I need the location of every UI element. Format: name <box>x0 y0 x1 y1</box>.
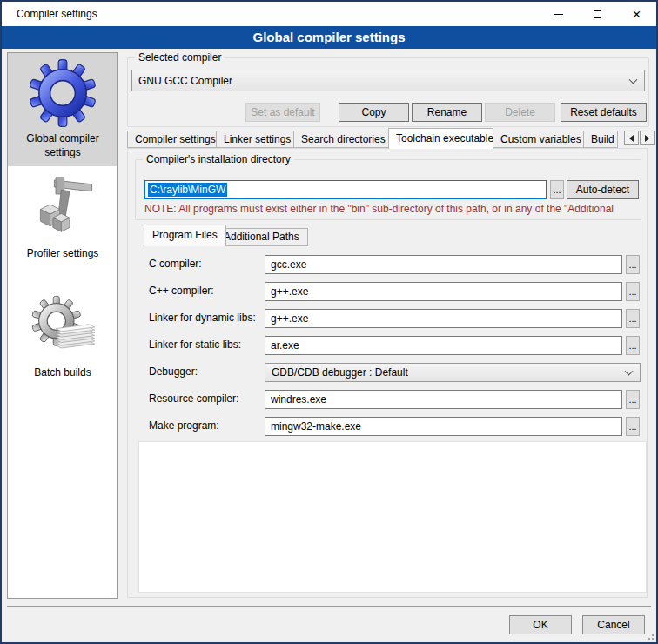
compiler-settings-window: Compiler settings × Global compiler sett… <box>0 0 658 644</box>
c-compiler-label: C compiler: <box>149 258 202 270</box>
cpp-compiler-browse-button[interactable]: ... <box>626 282 640 301</box>
rename-button[interactable]: Rename <box>412 103 482 122</box>
left-arrow-icon <box>629 135 634 142</box>
sidebar-item-global-compiler-settings[interactable]: Global compiler settings <box>8 53 118 166</box>
copy-button[interactable]: Copy <box>339 103 409 122</box>
resource-compiler-label: Resource compiler: <box>149 392 238 405</box>
resource-compiler-browse-button[interactable]: ... <box>626 390 640 409</box>
maximize-button[interactable] <box>578 2 617 26</box>
field-row-cpp-compiler: C++ compiler: ... <box>128 282 647 301</box>
tab-linker-settings[interactable]: Linker settings <box>216 131 294 148</box>
make-program-input[interactable] <box>265 417 622 436</box>
dialog-banner: Global compiler settings <box>2 26 656 49</box>
c-compiler-browse-button[interactable]: ... <box>626 255 640 274</box>
debugger-select-value: GDB/CDB debugger : Default <box>272 366 408 379</box>
sidebar-item-label: Batch builds <box>34 366 91 380</box>
settings-tabbar: Compiler settings Linker settings Search… <box>127 128 656 148</box>
make-program-label: Make program: <box>149 419 219 432</box>
sidebar-item-batch-builds[interactable]: Batch builds <box>8 287 118 387</box>
selected-compiler-group: Selected compiler GNU GCC Compiler Set a… <box>127 57 649 127</box>
gray-gear-stack-icon <box>28 292 97 362</box>
resize-grip[interactable] <box>643 629 654 640</box>
tab-scroll-left-button[interactable] <box>624 131 639 145</box>
delete-button[interactable]: Delete <box>485 103 555 122</box>
install-dir-group-label: Compiler's installation directory <box>143 153 294 165</box>
minimize-button[interactable] <box>539 2 578 26</box>
tab-search-directories[interactable]: Search directories <box>293 131 389 148</box>
chevron-down-icon <box>625 367 634 376</box>
install-dir-selected-text: C:\raylib\MinGW <box>148 183 227 197</box>
maximize-icon <box>594 10 601 18</box>
tab-custom-variables[interactable]: Custom variables <box>493 131 584 148</box>
tab-scroll-right-button[interactable] <box>640 131 655 145</box>
autodetect-button[interactable]: Auto-detect <box>567 180 639 199</box>
ok-button[interactable]: OK <box>509 615 572 634</box>
close-icon: × <box>633 7 641 22</box>
tab-toolchain-executables[interactable]: Toolchain executables <box>388 128 494 149</box>
chevron-down-icon <box>629 75 638 84</box>
linker-dynamic-browse-button[interactable]: ... <box>626 309 640 328</box>
footer-divider <box>7 606 651 607</box>
make-program-browse-button[interactable]: ... <box>626 417 640 436</box>
empty-panel <box>138 441 647 593</box>
settings-category-list: Global compiler settings Profiler settin… <box>7 52 118 599</box>
linker-static-label: Linker for static libs: <box>149 339 241 351</box>
field-row-c-compiler: C compiler: ... <box>128 255 647 274</box>
c-compiler-input[interactable] <box>265 255 622 274</box>
caliper-icon <box>28 173 97 243</box>
sidebar-item-label: Profiler settings <box>27 247 99 261</box>
cpp-compiler-input[interactable] <box>265 282 622 301</box>
debugger-select[interactable]: GDB/CDB debugger : Default <box>265 363 641 382</box>
compiler-select[interactable]: GNU GCC Compiler <box>131 70 645 91</box>
titlebar: Compiler settings × <box>2 2 656 26</box>
close-button[interactable]: × <box>617 2 656 26</box>
cpp-compiler-label: C++ compiler: <box>149 285 214 297</box>
compiler-select-value: GNU GCC Compiler <box>138 75 232 87</box>
bin-directory-note: NOTE: All programs must exist either in … <box>144 203 639 215</box>
set-as-default-button[interactable]: Set as default <box>245 103 320 122</box>
linker-static-input[interactable] <box>265 336 622 355</box>
subtab-additional-paths[interactable]: Additional Paths <box>215 228 308 246</box>
minimize-icon <box>554 14 563 15</box>
blue-gear-icon <box>28 58 97 128</box>
toolchain-executables-pane: Compiler's installation directory C:\ray… <box>127 148 648 598</box>
linker-static-browse-button[interactable]: ... <box>626 336 640 355</box>
cancel-button[interactable]: Cancel <box>582 615 645 634</box>
field-row-linker-dynamic: Linker for dynamic libs: ... <box>128 309 647 328</box>
right-arrow-icon <box>645 135 649 142</box>
field-row-debugger: Debugger: GDB/CDB debugger : Default <box>128 363 647 382</box>
resource-compiler-input[interactable] <box>265 390 622 409</box>
install-dir-group: Compiler's installation directory C:\ray… <box>135 159 641 220</box>
subtab-program-files[interactable]: Program Files <box>144 225 226 246</box>
selected-compiler-group-label: Selected compiler <box>135 51 225 64</box>
window-title: Compiler settings <box>17 2 97 26</box>
linker-dynamic-label: Linker for dynamic libs: <box>149 312 256 324</box>
sidebar-item-profiler-settings[interactable]: Profiler settings <box>8 168 118 268</box>
caption-buttons: × <box>539 2 656 26</box>
reset-defaults-button[interactable]: Reset defaults <box>561 103 647 122</box>
tab-compiler-settings[interactable]: Compiler settings <box>127 131 217 148</box>
install-dir-browse-button[interactable]: ... <box>550 180 564 199</box>
install-dir-input[interactable]: C:\raylib\MinGW <box>144 180 547 199</box>
sidebar-item-label: Global compiler settings <box>10 132 115 159</box>
debugger-label: Debugger: <box>149 366 198 378</box>
field-row-resource-compiler: Resource compiler: ... <box>128 390 647 409</box>
field-row-linker-static: Linker for static libs: ... <box>128 336 647 355</box>
field-row-make-program: Make program: ... <box>128 417 647 436</box>
linker-dynamic-input[interactable] <box>265 309 622 328</box>
tab-build-truncated[interactable]: Build <box>583 131 618 148</box>
